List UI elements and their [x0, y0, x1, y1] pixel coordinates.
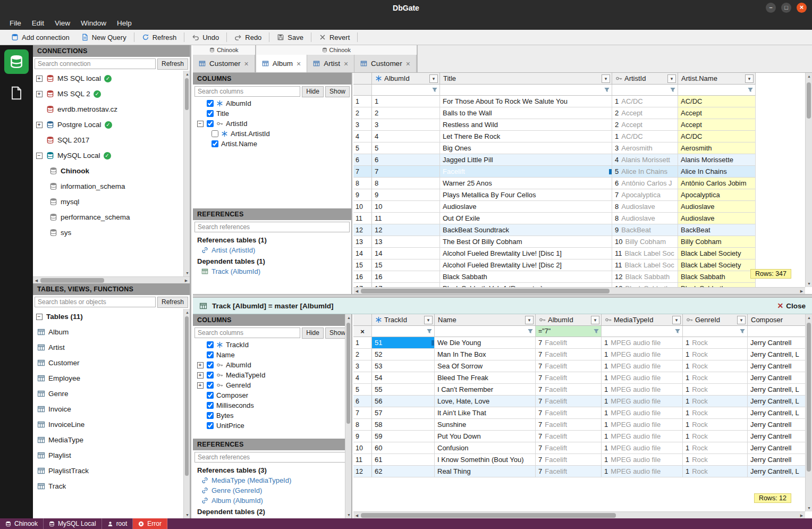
grid-cell[interactable]: 9: [372, 189, 440, 201]
column-checkbox[interactable]: [207, 362, 214, 368]
grid-cell[interactable]: 61: [372, 454, 435, 466]
grid-cell[interactable]: 56: [372, 396, 435, 407]
row-number[interactable]: 15: [353, 259, 372, 271]
column-checkbox[interactable]: [207, 412, 214, 419]
scrollbar-thumb[interactable]: [807, 82, 811, 119]
grid-cell[interactable]: 1AC/DC: [612, 96, 678, 107]
row-number[interactable]: 16: [353, 271, 372, 283]
grid-cell[interactable]: Black Label Society: [678, 248, 756, 259]
column-checkbox[interactable]: [207, 341, 214, 348]
grid-cell[interactable]: 57: [372, 407, 435, 419]
chevron-down-icon[interactable]: ▾: [424, 316, 433, 324]
search-connection-input[interactable]: [35, 58, 156, 69]
row-number[interactable]: 7: [353, 407, 372, 419]
grid-cell[interactable]: 1MPEG audio file: [602, 372, 683, 384]
row-number[interactable]: 3: [353, 360, 372, 372]
connection-performance-schema[interactable]: performance_schema: [33, 209, 190, 225]
row-number[interactable]: 1: [353, 337, 372, 349]
grid-cell[interactable]: 7Facelift: [536, 384, 602, 396]
column-item-artist-name[interactable]: Artist.Name: [193, 139, 351, 149]
grid-cell[interactable]: 1MPEG audio file: [602, 466, 683, 477]
expand-toggle-icon[interactable]: +: [197, 382, 204, 389]
column-checkbox[interactable]: [207, 110, 214, 117]
table-item-customer[interactable]: Customer: [33, 355, 190, 371]
filter-cell-title[interactable]: [440, 85, 612, 96]
column-header-albumid[interactable]: AlbumId▾: [372, 73, 440, 85]
connection-mysql[interactable]: mysql: [33, 194, 190, 209]
detail-close-button[interactable]: ✕ Close: [777, 301, 806, 310]
close-icon[interactable]: ×: [797, 3, 807, 13]
grid-cell[interactable]: Jerry Cantrell, L: [748, 407, 805, 419]
toolbar-save-button[interactable]: Save: [271, 31, 309, 44]
grid-cell[interactable]: I Know Somethin (Bout You): [435, 454, 536, 466]
grid-cell[interactable]: 7Facelift: [536, 454, 602, 466]
search-columns-input[interactable]: [194, 86, 300, 97]
scrollbar-thumb[interactable]: [185, 316, 189, 476]
grid-cell[interactable]: 12Black Sabbath: [612, 271, 678, 283]
reference-mediatype-mediatypeid[interactable]: MediaType (MediaTypeId): [193, 475, 351, 485]
row-number[interactable]: 11: [353, 454, 372, 466]
grid-cell[interactable]: 17: [372, 283, 440, 287]
close-icon[interactable]: ×: [244, 60, 249, 68]
grid-cell[interactable]: 7Facelift: [536, 407, 602, 419]
grid-cell[interactable]: 6Antônio Carlos J: [612, 178, 678, 189]
grid-cell[interactable]: 2Accept: [612, 119, 678, 131]
grid-cell[interactable]: 4: [372, 131, 440, 142]
grid-cell[interactable]: 1MPEG audio file: [602, 360, 683, 372]
toolbar-undo-button[interactable]: Undo: [186, 31, 225, 44]
grid-cell[interactable]: 11Black Label Soc: [612, 259, 678, 271]
grid-cell[interactable]: 7Facelift: [536, 431, 602, 442]
menu-help[interactable]: Help: [112, 18, 137, 29]
grid-cell[interactable]: Black Sabbath: [678, 283, 756, 287]
row-number[interactable]: 2: [353, 349, 372, 360]
table-item-playlist[interactable]: Playlist: [33, 448, 190, 463]
grid-cell[interactable]: 5: [372, 142, 440, 154]
grid-cell[interactable]: 1MPEG audio file: [602, 349, 683, 360]
grid-cell[interactable]: We Die Young: [435, 337, 536, 349]
column-checkbox[interactable]: [207, 351, 214, 358]
grid-cell[interactable]: 8: [372, 178, 440, 189]
column-checkbox[interactable]: [207, 402, 214, 409]
grid-cell[interactable]: 16: [372, 271, 440, 283]
grid-cell[interactable]: Jerry Cantrell, L: [748, 349, 805, 360]
column-item-albumid[interactable]: +AlbumId: [193, 360, 351, 370]
grid-cell[interactable]: 7Facelift: [536, 396, 602, 407]
menu-file[interactable]: File: [4, 18, 27, 29]
table-item-mediatype[interactable]: MediaType: [33, 432, 190, 448]
column-header-composer[interactable]: Composer▾: [748, 314, 805, 326]
scroll-right-icon[interactable]: ▶: [798, 512, 805, 518]
grid-cell[interactable]: Big Ones: [440, 142, 612, 154]
grid-cell[interactable]: 1AC/DC: [612, 131, 678, 142]
row-number[interactable]: 9: [353, 431, 372, 442]
scrollbar-thumb[interactable]: [40, 278, 104, 283]
filter-cell-mediatypeid[interactable]: [602, 326, 683, 337]
column-item-unitprice[interactable]: UnitPrice: [193, 421, 351, 431]
scroll-down-icon[interactable]: ▼: [806, 505, 812, 511]
row-number[interactable]: 5: [353, 384, 372, 396]
close-icon[interactable]: ×: [344, 60, 348, 68]
grid-cell[interactable]: 1Rock: [683, 454, 748, 466]
grid-cell[interactable]: Black Sabbath: [440, 271, 612, 283]
grid-cell[interactable]: Apocalyptica: [678, 189, 756, 201]
connection-sql-2017[interactable]: SQL 2017: [33, 132, 190, 148]
grid-cell[interactable]: 7Facelift: [536, 349, 602, 360]
tables-group[interactable]: −Tables (11): [33, 309, 190, 324]
grid-cell[interactable]: 1MPEG audio file: [602, 384, 683, 396]
status-mysql-local[interactable]: MySQL Local: [44, 518, 102, 529]
grid-cell[interactable]: Love, Hate, Love: [435, 396, 536, 407]
grid-cell[interactable]: 52: [372, 349, 435, 360]
filter-cell-genreid[interactable]: [683, 326, 748, 337]
row-number[interactable]: 6: [353, 154, 372, 166]
row-number[interactable]: 17: [353, 283, 372, 287]
column-item-genreid[interactable]: +GenreId: [193, 380, 351, 390]
grid-cell[interactable]: Aerosmith: [678, 142, 756, 154]
grid-cell[interactable]: 3: [372, 119, 440, 131]
fill-handle[interactable]: [609, 169, 612, 174]
grid-hscrollbar[interactable]: ◀ ▶: [353, 511, 805, 518]
row-number[interactable]: 10: [353, 442, 372, 454]
grid-cell[interactable]: Put You Down: [435, 431, 536, 442]
grid-cell[interactable]: 1Rock: [683, 407, 748, 419]
filter-cell-artistid[interactable]: [612, 85, 678, 96]
grid-cell[interactable]: Warner 25 Anos: [440, 178, 612, 189]
grid-cell[interactable]: 7Apocalyptica: [612, 189, 678, 201]
